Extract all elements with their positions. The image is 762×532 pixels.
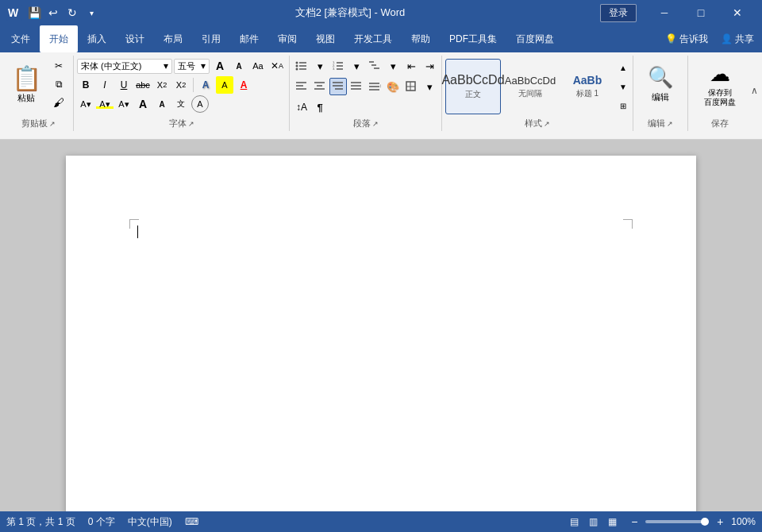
align-right-btn[interactable] [329,78,347,95]
style-normal[interactable]: AaBbCcDd 正文 [445,59,501,114]
highlight2-btn[interactable]: A▾ [96,95,114,113]
paragraph-expand-icon[interactable]: ↗ [372,120,379,128]
styles-scroll-down[interactable]: ▼ [617,78,629,95]
multilevel-btn[interactable] [366,57,383,75]
status-bar: 第 1 页，共 1 页 0 个字 中文(中国) ⌨ ▤ ▥ ▦ − + 100% [0,511,762,532]
menu-layout[interactable]: 布局 [154,25,192,52]
text-effects-btn[interactable]: A [197,76,214,94]
font-group-content: 宋体 (中文正文) ▾ 五号 ▾ A A Aa ✕A B [77,57,286,116]
strikethrough-btn[interactable]: abc [134,76,152,94]
web-view-btn[interactable]: ▦ [604,514,620,530]
change-case-btn[interactable]: Aa [249,57,267,75]
bullets-dropdown[interactable]: ▾ [311,57,329,75]
font-color-btn[interactable]: A [235,76,252,94]
bullets-btn[interactable] [293,57,310,75]
font-color3-btn[interactable]: A▾ [115,95,133,113]
numbering-btn[interactable]: 1.2.3. [329,57,347,75]
document-area[interactable] [0,140,762,511]
title-bar-left: W 💾 ↩ ↻ ▾ [6,4,100,21]
close-btn[interactable]: ✕ [719,0,756,25]
style-no-spacing[interactable]: AaBbCcDd 无间隔 [502,59,558,114]
zoom-slider[interactable] [645,520,709,523]
styles-expand-btn[interactable]: ⊞ [617,97,629,114]
italic-btn[interactable]: I [96,76,114,94]
zoom-in-btn[interactable]: + [712,514,728,530]
font-name-selector[interactable]: 宋体 (中文正文) ▾ [77,59,172,74]
grow2-btn[interactable]: A [134,95,152,113]
align-center-btn[interactable] [311,78,329,95]
underline-btn[interactable]: U [115,76,133,94]
qa-dropdown-btn[interactable]: ▾ [83,4,100,21]
highlight-btn[interactable]: A [216,76,233,94]
align-left-btn[interactable] [293,78,310,95]
encircle-btn[interactable]: A [191,95,209,113]
clear-formatting-btn[interactable]: ✕A [268,57,286,75]
copy-btn[interactable]: ⧉ [48,75,70,93]
numbering-dropdown[interactable]: ▾ [348,57,365,75]
zoom-slider-thumb[interactable] [701,518,709,526]
phonetic-btn[interactable]: 文 [172,95,190,113]
borders-btn[interactable] [402,78,420,95]
style-heading1[interactable]: AaBb 标题 1 [560,59,615,114]
shrink2-btn[interactable]: A [153,95,171,113]
editing-btn[interactable]: 🔍 编辑 [637,57,684,111]
ribbon-collapse-btn[interactable]: ∧ [746,83,762,98]
undo-btn[interactable]: ↩ [44,4,62,21]
borders-dropdown[interactable]: ▾ [421,78,438,95]
menu-view[interactable]: 视图 [306,25,344,52]
format-painter-btn[interactable]: 🖌 [48,94,70,111]
menu-file[interactable]: 文件 [2,25,40,52]
save-baidu-btn[interactable]: ☁ 保存到百度网盘 [696,57,744,111]
font-size-selector[interactable]: 五号 ▾ [174,59,210,74]
paste-button[interactable]: 📋 粘贴 [6,57,46,111]
redo-btn[interactable]: ↻ [64,4,81,21]
font-expand-icon[interactable]: ↗ [188,120,194,128]
superscript-btn[interactable]: X2 [172,76,190,94]
search-icon: 🔍 [648,65,673,90]
menu-references[interactable]: 引用 [192,25,230,52]
share-label: 共享 [735,33,754,46]
menu-review[interactable]: 审阅 [268,25,306,52]
subscript-btn[interactable]: X2 [153,76,171,94]
menu-design[interactable]: 设计 [116,25,154,52]
restore-btn[interactable]: □ [683,0,719,25]
show-marks-btn[interactable]: ¶ [311,98,329,116]
save-quick-btn[interactable]: 💾 [25,4,43,21]
menu-baidu[interactable]: 百度网盘 [506,25,564,52]
menu-pdf[interactable]: PDF工具集 [440,25,506,52]
bold-btn[interactable]: B [77,76,94,94]
decrease-indent-btn[interactable]: ⇤ [402,57,420,75]
login-button[interactable]: 登录 [600,4,637,22]
font-divider [193,78,194,92]
document-page[interactable] [66,156,696,511]
styles-scroll-up[interactable]: ▲ [617,59,629,76]
svg-point-6 [296,68,298,71]
grow-font-btn[interactable]: A [211,57,229,75]
print-view-btn[interactable]: ▥ [585,514,601,530]
justify-btn[interactable] [348,78,365,95]
menu-home[interactable]: 开始 [40,25,78,52]
clipboard-expand-icon[interactable]: ↗ [49,120,56,128]
tell-me-btn[interactable]: 💡 告诉我 [659,30,714,48]
shading-btn[interactable]: 🎨 [384,78,402,95]
sort-btn[interactable]: ↕A [293,98,310,116]
styles-expand-icon[interactable]: ↗ [544,120,550,128]
menu-developer[interactable]: 开发工具 [344,25,402,52]
line-spacing-btn[interactable]: ↕ [366,78,383,95]
editing-expand-icon[interactable]: ↗ [667,120,673,128]
zoom-out-btn[interactable]: − [626,514,642,530]
ribbon: 📋 粘贴 ✂ ⧉ 🖌 剪贴板 ↗ [0,52,762,140]
shrink-font-btn[interactable]: A [230,57,248,75]
multilevel-dropdown[interactable]: ▾ [384,57,402,75]
menu-help[interactable]: 帮助 [402,25,440,52]
cut-btn[interactable]: ✂ [48,57,70,75]
align-buttons-row: ↕ 🎨 ▾ [293,78,438,95]
menu-insert[interactable]: 插入 [78,25,116,52]
share-btn[interactable]: 👤 共享 [714,30,760,48]
styles-label: 样式 ↗ [445,118,629,129]
minimize-btn[interactable]: ─ [646,0,683,25]
menu-mailings[interactable]: 邮件 [230,25,268,52]
read-view-btn[interactable]: ▤ [566,514,582,530]
font-color2-btn[interactable]: A▾ [77,95,94,113]
increase-indent-btn[interactable]: ⇥ [421,57,438,75]
